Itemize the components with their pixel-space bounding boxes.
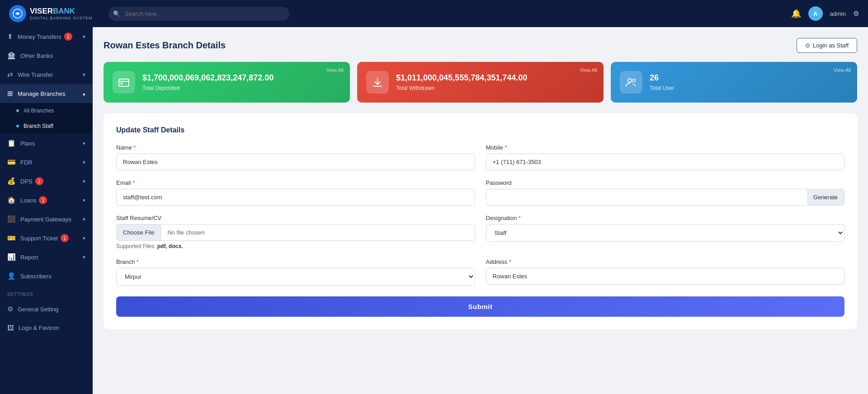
loans-badge: 1: [39, 196, 47, 204]
email-label: Email *: [116, 179, 475, 186]
form-group-mobile: Mobile *: [486, 144, 845, 170]
main-content: Rowan Estes Branch Details ⊙ Login as St…: [93, 27, 868, 394]
sidebar-submenu-manage-branches: All Branches Branch Staff: [0, 103, 93, 134]
address-label: Address *: [486, 258, 845, 265]
search-bar: 🔍: [108, 7, 289, 21]
chevron-down-icon: ▾: [83, 254, 85, 260]
settings-gear-icon[interactable]: ⚙: [853, 9, 859, 18]
sidebar-item-label: Money Transfers: [18, 33, 61, 40]
form-group-email: Email *: [116, 179, 475, 206]
total-user-value: 26: [650, 73, 848, 83]
withdrawn-view-all[interactable]: View All: [580, 67, 597, 73]
subscribers-icon: 👤: [7, 272, 16, 280]
submit-row: Submit: [116, 296, 844, 317]
total-user-label: Total User: [650, 85, 848, 91]
form-row-2: Email * Password Generate: [116, 179, 844, 206]
sidebar-item-label: General Setting: [18, 306, 58, 313]
withdrawn-value: $1,011,000,045,555,784,351,744.00: [396, 73, 594, 83]
sidebar-item-loans[interactable]: 🏠 Loans 1 ▾: [0, 191, 93, 210]
email-input[interactable]: [116, 189, 475, 206]
search-icon: 🔍: [113, 10, 120, 17]
address-input[interactable]: [486, 268, 845, 285]
file-name-display: No file chosen: [161, 225, 474, 240]
mobile-label: Mobile *: [486, 144, 845, 151]
sidebar-item-general-setting[interactable]: ⚙ General Setting: [0, 300, 93, 319]
branch-select[interactable]: Mirpur Dhaka Chittagong: [116, 268, 475, 286]
sidebar-item-wire-transfer[interactable]: ⇄ Wire Transfer ▾: [0, 65, 93, 84]
withdrawn-label: Total Withdrawn: [396, 85, 594, 91]
password-label: Password: [486, 179, 845, 186]
sidebar-item-branch-staff[interactable]: Branch Staff: [0, 118, 93, 134]
total-user-view-all[interactable]: View All: [834, 67, 851, 73]
deposited-value: $1,700,000,069,062,823,247,872.00: [142, 73, 341, 83]
resume-label: Staff Resume/CV: [116, 215, 475, 221]
sidebar-item-plans[interactable]: 📋 Plans ▾: [0, 134, 93, 153]
avatar: A: [808, 6, 823, 21]
choose-file-button[interactable]: Choose File: [117, 225, 161, 240]
wire-transfer-icon: ⇄: [7, 70, 13, 79]
notification-bell-icon[interactable]: 🔔: [791, 9, 801, 19]
logo: VISERBANK DIGITAL BANKING SYSTEM: [9, 5, 99, 22]
other-banks-icon: 🏦: [7, 52, 16, 60]
deposited-icon: [113, 71, 135, 94]
chevron-down-icon: ▾: [83, 216, 85, 222]
svg-rect-2: [120, 83, 123, 84]
supported-files-text: Supported Files: pdf, docx.: [116, 243, 475, 249]
sidebar-item-label: Subscribers: [20, 273, 52, 280]
branch-label: Branch *: [116, 258, 475, 265]
sidebar: ⬆ Money Transfers 1 ▾ 🏦 Other Banks ⇄ Wi…: [0, 27, 93, 394]
support-badge: 1: [61, 234, 69, 242]
name-input[interactable]: [116, 154, 475, 170]
topbar: VISERBANK DIGITAL BANKING SYSTEM 🔍 🔔 A a…: [0, 0, 868, 27]
form-group-name: Name *: [116, 144, 475, 170]
admin-name: admin: [830, 10, 846, 17]
sidebar-item-support-ticket[interactable]: 🎫 Support Ticket 1 ▾: [0, 229, 93, 248]
sidebar-sub-label: All Branches: [24, 108, 54, 114]
sidebar-item-label: Logo & Favicon: [19, 324, 59, 331]
sidebar-item-money-transfers[interactable]: ⬆ Money Transfers 1 ▾: [0, 27, 93, 46]
sidebar-item-payment-gateways[interactable]: ⬛ Payment Gateways ▾: [0, 210, 93, 229]
sidebar-item-report[interactable]: 📊 Report ▾: [0, 248, 93, 267]
sidebar-item-other-banks[interactable]: 🏦 Other Banks: [0, 46, 93, 65]
withdrawn-icon: [366, 71, 389, 94]
support-ticket-icon: 🎫: [7, 234, 16, 242]
topbar-right: 🔔 A admin ⚙: [791, 6, 859, 21]
form-group-address: Address *: [486, 258, 845, 286]
sidebar-item-all-branches[interactable]: All Branches: [0, 103, 93, 118]
logo-favicon-icon: 🖼: [7, 324, 14, 332]
sidebar-item-label: Manage Branches: [18, 90, 66, 97]
submit-button[interactable]: Submit: [116, 296, 844, 317]
deposited-view-all[interactable]: View All: [326, 67, 344, 73]
sidebar-item-label: Support Ticket: [20, 235, 58, 242]
sidebar-item-logo-favicon[interactable]: 🖼 Logo & Favicon: [0, 319, 93, 337]
chevron-up-icon: ▴: [83, 91, 85, 97]
dps-badge: 1: [35, 177, 43, 185]
manage-branches-icon: ⊞: [7, 89, 13, 98]
sidebar-item-label: Payment Gateways: [20, 216, 71, 223]
user-icon: ⊙: [805, 42, 810, 49]
mobile-input[interactable]: [486, 154, 845, 170]
sidebar-item-subscribers[interactable]: 👤 Subscribers: [0, 267, 93, 286]
deposited-label: Total Deposited: [142, 85, 341, 91]
sidebar-item-label: DPS: [20, 178, 33, 185]
general-setting-icon: ⚙: [7, 305, 13, 313]
login-as-staff-button[interactable]: ⊙ Login as Staff: [797, 38, 857, 53]
chevron-down-icon: ▾: [83, 197, 85, 203]
chevron-down-icon: ▾: [83, 34, 85, 40]
designation-select[interactable]: Staff Manager Admin: [486, 224, 845, 242]
designation-label: Designation *: [486, 215, 845, 221]
total-user-icon: [620, 71, 642, 94]
password-input[interactable]: [486, 189, 807, 206]
form-row-1: Name * Mobile *: [116, 144, 844, 170]
form-group-designation: Designation * Staff Manager Admin: [486, 215, 845, 249]
generate-password-button[interactable]: Generate: [807, 189, 844, 206]
stat-card-deposited: $1,700,000,069,062,823,247,872.00 Total …: [104, 62, 350, 103]
dot-icon: [16, 125, 19, 127]
sidebar-item-manage-branches[interactable]: ⊞ Manage Branches ▴: [0, 84, 93, 103]
search-input[interactable]: [108, 7, 289, 21]
sidebar-item-fdr[interactable]: 💳 FDR ▾: [0, 153, 93, 172]
sidebar-item-label: Plans: [20, 140, 35, 147]
fdr-icon: 💳: [7, 158, 16, 166]
sidebar-item-dps[interactable]: 💰 DPS 1 ▾: [0, 172, 93, 191]
form-group-branch: Branch * Mirpur Dhaka Chittagong: [116, 258, 475, 286]
